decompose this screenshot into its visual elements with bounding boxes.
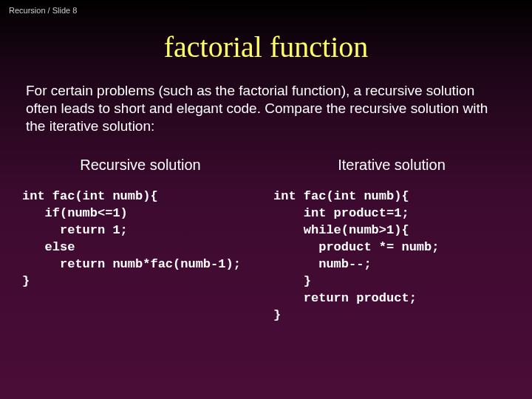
breadcrumb: Recursion / Slide 8 [0,0,532,15]
recursive-code: int fac(int numb){ if(numb<=1) return 1;… [22,188,259,290]
left-column: Recursive solution int fac(int numb){ if… [15,157,266,324]
right-column: Iterative solution int fac(int numb){ in… [266,157,517,324]
iterative-code: int fac(int numb){ int product=1; while(… [273,188,510,324]
columns-container: Recursive solution int fac(int numb){ if… [0,157,532,324]
recursive-heading: Recursive solution [22,157,259,174]
iterative-heading: Iterative solution [273,157,510,174]
intro-paragraph: For certain problems (such as the factor… [0,82,532,134]
page-title: factorial function [0,30,532,64]
